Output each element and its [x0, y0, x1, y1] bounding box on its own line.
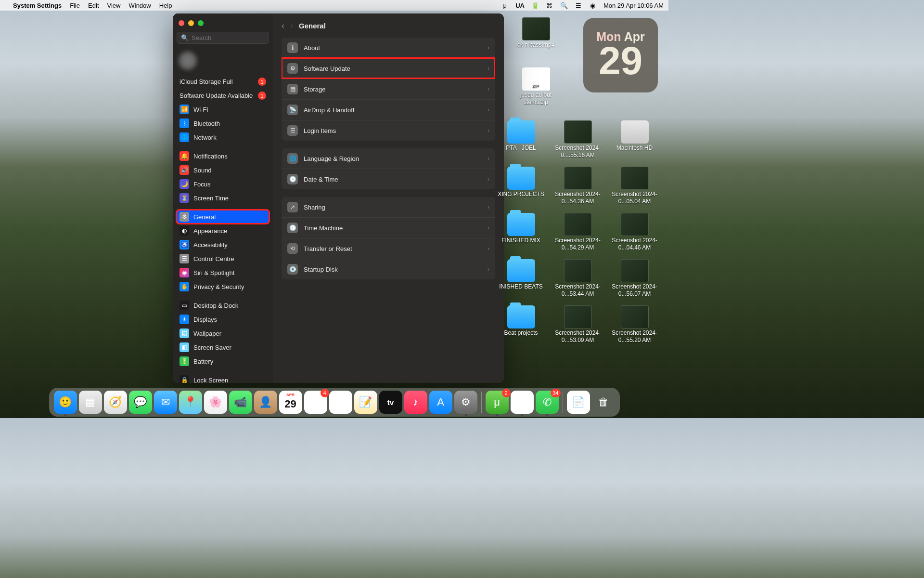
- sidebar-item-wallpaper[interactable]: 🖼Wallpaper: [177, 327, 269, 340]
- menu-file[interactable]: File: [70, 2, 80, 9]
- menu-view[interactable]: View: [107, 2, 121, 9]
- calendar-widget[interactable]: Mon Apr 29: [583, 18, 658, 92]
- dock-mail[interactable]: ✉: [154, 391, 177, 414]
- sidebar-item-screen-time[interactable]: ⏳Screen Time: [177, 191, 269, 205]
- sidebar-item-lock-screen[interactable]: 🔒Lock Screen: [177, 373, 269, 383]
- dock-safari[interactable]: 🧭: [104, 391, 127, 414]
- desktop-item[interactable]: FINISHED MIX: [493, 213, 549, 251]
- sidebar-item-label: Privacy & Security: [193, 283, 244, 290]
- dock-contacts[interactable]: 👤: [254, 391, 277, 414]
- menu-edit[interactable]: Edit: [88, 2, 99, 9]
- input-source[interactable]: UA: [515, 2, 525, 9]
- dock-launchpad[interactable]: ▦: [79, 391, 102, 414]
- dock-reminders[interactable]: ☰4: [304, 391, 327, 414]
- dock-freeform[interactable]: 〰: [329, 391, 352, 414]
- settings-row-time-machine[interactable]: 🕗Time Machine›: [282, 217, 495, 238]
- menu-help[interactable]: Help: [159, 2, 172, 9]
- battery-icon[interactable]: 🔋: [531, 1, 539, 9]
- sidebar-item-wi-fi[interactable]: 📶Wi-Fi: [177, 103, 269, 116]
- desktop-item[interactable]: PTA - JOEL: [493, 120, 549, 159]
- desktop-item[interactable]: Beat projects: [493, 305, 549, 344]
- desktop-item[interactable]: XING PROJECTS: [493, 167, 549, 205]
- sidebar-item-notifications[interactable]: 🔔Notifications: [177, 149, 269, 163]
- siri-icon[interactable]: ◉: [589, 1, 597, 9]
- sidebar-item-appearance[interactable]: ◐Appearance: [177, 224, 269, 237]
- desktop-item[interactable]: Screenshot 2024-0....55.16 AM: [550, 120, 605, 159]
- desktop-item[interactable]: INISHED BEATS: [493, 259, 549, 298]
- desktop-item[interactable]: Screenshot 2024-0...54.29 AM: [550, 213, 605, 251]
- dock-chrome[interactable]: ◉: [511, 391, 534, 414]
- sidebar-item-bluetooth[interactable]: ᛒBluetooth: [177, 117, 269, 130]
- settings-row-startup-disk[interactable]: 💽Startup Disk›: [282, 259, 495, 279]
- sidebar-item-general[interactable]: ⚙General: [177, 210, 269, 223]
- desktop-item[interactable]: Macintosh HD: [607, 120, 662, 159]
- chevron-right-icon: ›: [488, 224, 489, 231]
- settings-row-airdrop-handoff[interactable]: 📡AirDrop & Handoff›: [282, 99, 495, 120]
- dock-whatsapp[interactable]: ✆34: [536, 391, 559, 414]
- sidebar-item-screen-saver[interactable]: ◧Screen Saver: [177, 341, 269, 354]
- dock-messages[interactable]: 💬: [129, 391, 152, 414]
- control-center-icon[interactable]: ☰: [575, 1, 582, 9]
- minimize-button[interactable]: [188, 20, 194, 26]
- sidebar-item-network[interactable]: 🌐Network: [177, 131, 269, 144]
- desktop-item[interactable]: Screenshot 2024-0...53.09 AM: [550, 305, 605, 344]
- dock-notes[interactable]: 📝: [354, 391, 377, 414]
- menu-window[interactable]: Window: [128, 2, 151, 9]
- sidebar-item-label: Siri & Spotlight: [193, 269, 234, 276]
- sidebar-item-displays[interactable]: ☀Displays: [177, 313, 269, 326]
- sidebar-item-icon: 🌐: [180, 132, 189, 142]
- sidebar-alert[interactable]: iCloud Storage Full1: [177, 75, 269, 89]
- dock-utorrent[interactable]: μ2: [486, 391, 509, 414]
- dock-document[interactable]: 📄: [567, 391, 590, 414]
- apple-id-row[interactable]: [177, 49, 269, 75]
- sidebar-item-privacy-security[interactable]: ✋Privacy & Security: [177, 280, 269, 293]
- sidebar-item-icon: ♿: [180, 240, 189, 250]
- sidebar-item-siri-spotlight[interactable]: ◉Siri & Spotlight: [177, 266, 269, 279]
- desktop-item[interactable]: Screenshot 2024-0...56.07 AM: [607, 259, 662, 298]
- search-field[interactable]: 🔍: [177, 32, 269, 44]
- utorrent-menuextra-icon[interactable]: μ: [501, 1, 509, 9]
- forward-button[interactable]: ›: [290, 21, 293, 31]
- sidebar-item-control-centre[interactable]: ☰Control Centre: [177, 252, 269, 265]
- desktop-item[interactable]: Screenshot 2024-0...04.46 AM: [607, 213, 662, 251]
- dock-trash[interactable]: 🗑: [592, 391, 615, 414]
- dock-settings[interactable]: ⚙: [454, 391, 477, 414]
- sidebar-item-icon: ◉: [180, 268, 189, 277]
- sidebar-alert[interactable]: Software Update Available1: [177, 89, 269, 103]
- settings-row-storage[interactable]: ▤Storage›: [282, 79, 495, 99]
- desktop-item[interactable]: Screenshot 2024-0...05.04 AM: [607, 167, 662, 205]
- sidebar-item-focus[interactable]: 🌙Focus: [177, 177, 269, 191]
- settings-row-language-region[interactable]: 🌐Language & Region›: [282, 148, 495, 169]
- spotlight-icon[interactable]: 🔍: [560, 1, 568, 9]
- desktop-item[interactable]: jusqu au but stems.zip: [508, 67, 564, 106]
- settings-row-sharing[interactable]: ↗Sharing›: [282, 197, 495, 217]
- dock-music[interactable]: ♪: [404, 391, 427, 414]
- desktop-item[interactable]: Screenshot 2024-0...55.20 AM: [607, 305, 662, 344]
- desktop-item[interactable]: Screenshot 2024-0...54.36 AM: [550, 167, 605, 205]
- desktop-item[interactable]: Screenshot 2024-0...53.44 AM: [550, 259, 605, 298]
- dock-maps[interactable]: 📍: [179, 391, 202, 414]
- app-menu[interactable]: System Settings: [13, 2, 62, 9]
- sidebar-item-battery[interactable]: 🔋Battery: [177, 355, 269, 368]
- settings-row-about[interactable]: ℹAbout›: [282, 38, 495, 58]
- desktop-item[interactable]: ck n bass.mp4: [508, 17, 564, 49]
- dock-photos[interactable]: 🌸: [204, 391, 227, 414]
- settings-row-date-time[interactable]: 🕒Date & Time›: [282, 169, 495, 189]
- settings-row-software-update[interactable]: ⚙Software Update›: [282, 58, 495, 79]
- settings-row-login-items[interactable]: ☰Login Items›: [282, 120, 495, 141]
- dock-calendar[interactable]: APR29: [279, 391, 302, 414]
- sidebar-item-sound[interactable]: 🔊Sound: [177, 163, 269, 177]
- dock-finder[interactable]: 🙂: [54, 391, 77, 414]
- menubar-clock[interactable]: Mon 29 Apr 10:06 AM: [603, 2, 664, 9]
- link-icon[interactable]: ⌘: [546, 1, 553, 9]
- settings-row-transfer-or-reset[interactable]: ⟲Transfer or Reset›: [282, 238, 495, 259]
- dock-facetime[interactable]: 📹: [229, 391, 252, 414]
- dock-tv[interactable]: tv: [379, 391, 402, 414]
- search-input[interactable]: [192, 34, 265, 41]
- dock-appstore[interactable]: A: [429, 391, 452, 414]
- back-button[interactable]: ‹: [282, 21, 284, 31]
- sidebar-item-desktop-dock[interactable]: ▭Desktop & Dock: [177, 299, 269, 312]
- zoom-button[interactable]: [198, 20, 204, 26]
- sidebar-item-accessibility[interactable]: ♿Accessibility: [177, 238, 269, 251]
- close-button[interactable]: [179, 20, 184, 26]
